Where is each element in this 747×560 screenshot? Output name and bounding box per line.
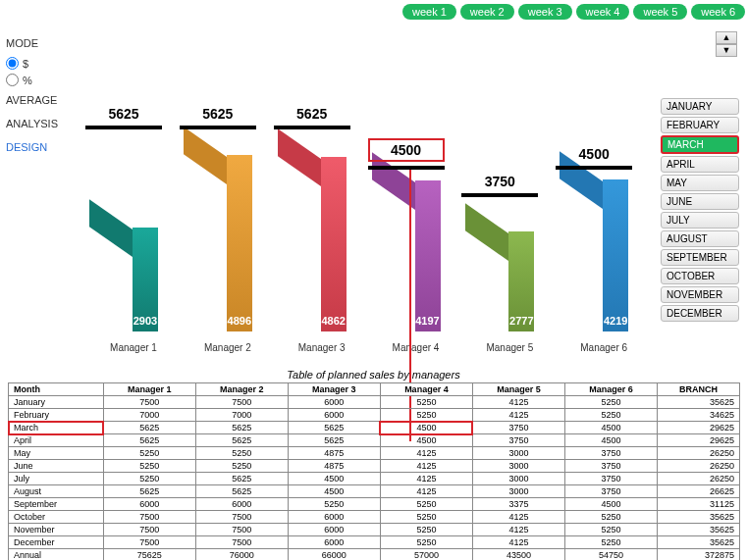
week-tab-3[interactable]: week 3 (518, 4, 572, 20)
sales-table: MonthManager 1Manager 2Manager 3Manager … (8, 382, 740, 560)
table-row: January75007500600052504125525035625 (9, 396, 740, 409)
target-label: 3750 (461, 174, 538, 189)
spinner-down[interactable]: ▼ (716, 44, 737, 57)
month-btn-june[interactable]: JUNE (661, 193, 739, 210)
table-row: July52505625450041253000375026250 (9, 473, 740, 485)
table-row: March56255625562545003750450029625 (9, 422, 740, 434)
week-tab-2[interactable]: week 2 (460, 4, 514, 20)
bar-label: Manager 4 (372, 342, 460, 353)
week-tab-5[interactable]: week 5 (633, 4, 687, 20)
bar-label: Manager 5 (465, 342, 554, 353)
bar-value: 2777 (508, 315, 534, 327)
table-row: December75007500600052504125525035625 (9, 536, 740, 549)
bar-value: 2903 (133, 315, 158, 327)
average-link[interactable]: AVERAGE (6, 88, 75, 112)
mode-dollar-radio[interactable] (6, 57, 19, 70)
table-row: August56255625450041253000375026625 (9, 485, 740, 498)
table-row: June52505250487541253000375026250 (9, 460, 740, 473)
week-tab-6[interactable]: week 6 (691, 4, 745, 20)
spinner-up[interactable]: ▲ (716, 31, 737, 44)
month-btn-september[interactable]: SEPTEMBER (661, 249, 739, 266)
analysis-link[interactable]: ANALYSIS (6, 112, 75, 135)
month-btn-november[interactable]: NOVEMBER (661, 286, 739, 303)
target-label: 4500 (368, 138, 445, 162)
month-btn-january[interactable]: JANUARY (661, 98, 739, 115)
bar-label: Manager 3 (278, 342, 366, 353)
table-row: Annual7562576000660005700043500547503728… (9, 549, 740, 561)
target-label: 5625 (274, 106, 350, 122)
bar-label: Manager 6 (560, 342, 648, 353)
table-row: February70007000600052504125525034625 (9, 409, 740, 422)
month-btn-march[interactable]: MARCH (661, 135, 739, 154)
bar-label: Manager 1 (89, 342, 178, 353)
bar-value: 4896 (227, 315, 252, 327)
bar-label: Manager 2 (184, 342, 272, 353)
table-row: October75007500600052504125525035625 (9, 511, 740, 524)
bar-value: 4219 (603, 315, 628, 327)
target-label: 5625 (85, 106, 162, 122)
table-row: May52505250487541253000375026250 (9, 447, 740, 460)
bar-value: 4862 (321, 315, 347, 327)
target-label: 5625 (180, 106, 256, 122)
month-btn-april[interactable]: APRIL (661, 156, 739, 173)
month-btn-december[interactable]: DECEMBER (661, 305, 739, 322)
table-row: November75007500600052504125525035625 (9, 524, 740, 536)
month-btn-july[interactable]: JULY (661, 212, 739, 229)
bar-value: 4197 (415, 315, 441, 327)
mode-label: MODE (6, 31, 75, 55)
mode-percent-radio[interactable] (6, 74, 19, 86)
month-btn-october[interactable]: OCTOBER (661, 268, 739, 284)
week-tab-1[interactable]: week 1 (402, 4, 456, 20)
target-label: 4500 (556, 146, 632, 162)
spinner[interactable]: ▲ ▼ (716, 31, 737, 57)
design-link[interactable]: DESIGN (6, 135, 75, 159)
month-btn-may[interactable]: MAY (661, 175, 739, 191)
month-btn-august[interactable]: AUGUST (661, 230, 739, 247)
table-row: September60006000525052503375450031125 (9, 498, 740, 511)
month-btn-february[interactable]: FEBRUARY (661, 117, 739, 133)
table-row: April56255625562545003750450029625 (9, 434, 740, 447)
table-title: Table of planned sales by managers (0, 369, 747, 381)
week-tab-4[interactable]: week 4 (576, 4, 630, 20)
